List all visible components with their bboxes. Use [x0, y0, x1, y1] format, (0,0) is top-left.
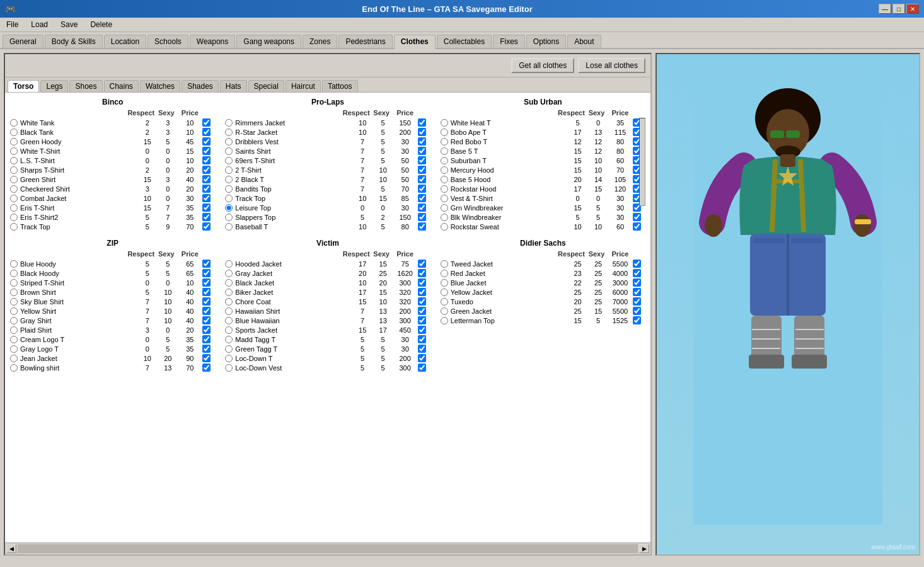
binco-black-tank-check[interactable] [202, 128, 211, 136]
scroll-left-button[interactable]: ◀ [6, 544, 16, 553]
sub-tab-tattoos[interactable]: Tattoos [322, 80, 358, 92]
prolaps-2blackt-check[interactable] [418, 175, 426, 183]
zip-jeanjacket-check[interactable] [202, 354, 211, 362]
binco-combat-jacket-check[interactable] [202, 194, 211, 202]
zip-skyblueshirt-check[interactable] [202, 297, 211, 306]
zip-brownshirt-check[interactable] [202, 288, 211, 296]
binco-eris-tshirt2-radio[interactable] [10, 214, 18, 221]
ds-yellowjacket-radio[interactable] [441, 289, 448, 296]
prolaps-track-top-check[interactable] [418, 194, 426, 202]
zip-bowlingshirt-check[interactable] [202, 364, 211, 372]
zip-grayshirt-radio[interactable] [10, 317, 18, 324]
tab-location[interactable]: Location [104, 35, 146, 48]
close-button[interactable]: ✕ [906, 4, 919, 14]
binco-white-tank-radio[interactable] [10, 119, 18, 127]
sub-tab-hats[interactable]: Hats [220, 80, 247, 92]
victim-chorecoat-radio[interactable] [225, 298, 233, 306]
victim-bikerjacket-radio[interactable] [225, 289, 233, 296]
sub-tab-legs[interactable]: Legs [40, 80, 68, 92]
suburban-vesttshirt-radio[interactable] [441, 195, 448, 202]
prolaps-slappers-radio[interactable] [225, 214, 233, 221]
binco-checkered-shirt-radio[interactable] [10, 185, 18, 193]
tab-pedestrians[interactable]: Pedestrians [338, 35, 392, 48]
zip-blackhoody-check[interactable] [202, 269, 211, 277]
suburban-suburbanT-radio[interactable] [441, 157, 448, 164]
tab-gang-weapons[interactable]: Gang weapons [236, 35, 301, 48]
ds-greenjacket-check[interactable] [633, 307, 641, 315]
victim-greentaggt-check[interactable] [418, 345, 426, 353]
tab-clothes[interactable]: Clothes [394, 35, 436, 49]
ds-greenjacket-radio[interactable] [441, 307, 448, 315]
zip-graylogot-radio[interactable] [10, 345, 18, 353]
minimize-button[interactable]: — [879, 4, 891, 14]
sub-tab-chains[interactable]: Chains [104, 80, 139, 92]
victim-maddtaggt-check[interactable] [418, 335, 426, 343]
ds-lettermantop-radio[interactable] [441, 317, 448, 324]
zip-yellowshirt-check[interactable] [202, 307, 211, 315]
menu-save[interactable]: Save [57, 19, 81, 30]
victim-bluehawaiian-radio[interactable] [225, 317, 233, 324]
tab-body-skills[interactable]: Body & Skills [45, 35, 103, 48]
menu-delete[interactable]: Delete [86, 19, 116, 30]
prolaps-track-top-radio[interactable] [225, 195, 233, 202]
prolaps-2tshirt-radio[interactable] [225, 166, 233, 174]
binco-combat-jacket-radio[interactable] [10, 195, 18, 202]
victim-hooded-check[interactable] [418, 260, 426, 268]
suburban-rockstarhood-radio[interactable] [441, 185, 448, 193]
zip-stripedtshirt-radio[interactable] [10, 279, 18, 287]
victim-grayjacket-radio[interactable] [225, 270, 233, 277]
ds-lettermantop-check[interactable] [633, 316, 641, 324]
tab-general[interactable]: General [3, 35, 43, 48]
zip-yellowshirt-radio[interactable] [10, 307, 18, 315]
zip-jeanjacket-radio[interactable] [10, 355, 18, 362]
suburban-rockstarsweat-check[interactable] [633, 222, 641, 231]
ds-redjacket-check[interactable] [633, 269, 641, 277]
sub-tab-shoes[interactable]: Shoes [69, 80, 102, 92]
ds-tuxedo-check[interactable] [633, 297, 641, 306]
sub-tab-shades[interactable]: Shades [182, 80, 219, 92]
zip-plaidshirt-check[interactable] [202, 326, 211, 334]
zip-creamlogot-check[interactable] [202, 335, 211, 343]
binco-track-top-check[interactable] [202, 222, 211, 231]
sub-tab-watches[interactable]: Watches [140, 80, 180, 92]
zip-bluehoody-radio[interactable] [10, 260, 18, 268]
binco-eris-tshirt-radio[interactable] [10, 204, 18, 212]
binco-sharps-check[interactable] [202, 166, 211, 174]
prolaps-rimmers-radio[interactable] [225, 119, 233, 127]
binco-sharps-tshirt-radio[interactable] [10, 166, 18, 174]
ds-bluejacket-radio[interactable] [441, 279, 448, 287]
victim-maddtaggt-radio[interactable] [225, 336, 233, 343]
prolaps-saints-check[interactable] [418, 147, 426, 155]
tab-weapons[interactable]: Weapons [190, 35, 235, 48]
prolaps-rimmers-check[interactable] [418, 118, 426, 127]
tab-collectables[interactable]: Collectables [437, 35, 492, 48]
prolaps-rstar-radio[interactable] [225, 129, 233, 136]
binco-green-hoody-radio[interactable] [10, 138, 18, 146]
zip-grayshirt-check[interactable] [202, 316, 211, 324]
binco-ls-tshirt-radio[interactable] [10, 157, 18, 164]
ds-yellowjacket-check[interactable] [633, 288, 641, 296]
victim-hawaiian-check[interactable] [418, 307, 426, 315]
victim-blackjacket-radio[interactable] [225, 279, 233, 287]
zip-blackhoody-radio[interactable] [10, 270, 18, 277]
victim-hooded-radio[interactable] [225, 260, 233, 268]
binco-black-tank-radio[interactable] [10, 129, 18, 136]
suburban-blkwind-check[interactable] [633, 213, 641, 221]
binco-eris-tshirt2-check[interactable] [202, 213, 211, 221]
prolaps-rstar-check[interactable] [418, 128, 426, 136]
victim-greentaggt-radio[interactable] [225, 345, 233, 353]
suburban-mercury-radio[interactable] [441, 166, 448, 174]
lose-all-clothes-button[interactable]: Lose all clothes [578, 58, 645, 73]
suburban-whiteheat-radio[interactable] [441, 119, 448, 127]
prolaps-saints-radio[interactable] [225, 147, 233, 155]
suburban-redbobo-radio[interactable] [441, 138, 448, 146]
binco-ls-tshirt-check[interactable] [202, 156, 211, 164]
zip-bowlingshirt-radio[interactable] [10, 364, 18, 372]
binco-white-tshirt-check[interactable] [202, 147, 211, 155]
zip-creamlogot-radio[interactable] [10, 336, 18, 343]
zip-stripedtshirt-check[interactable] [202, 278, 211, 287]
victim-locdownvest-check[interactable] [418, 364, 426, 372]
ds-redjacket-radio[interactable] [441, 270, 448, 277]
tab-about[interactable]: About [567, 35, 601, 48]
prolaps-dribblers-radio[interactable] [225, 138, 233, 146]
